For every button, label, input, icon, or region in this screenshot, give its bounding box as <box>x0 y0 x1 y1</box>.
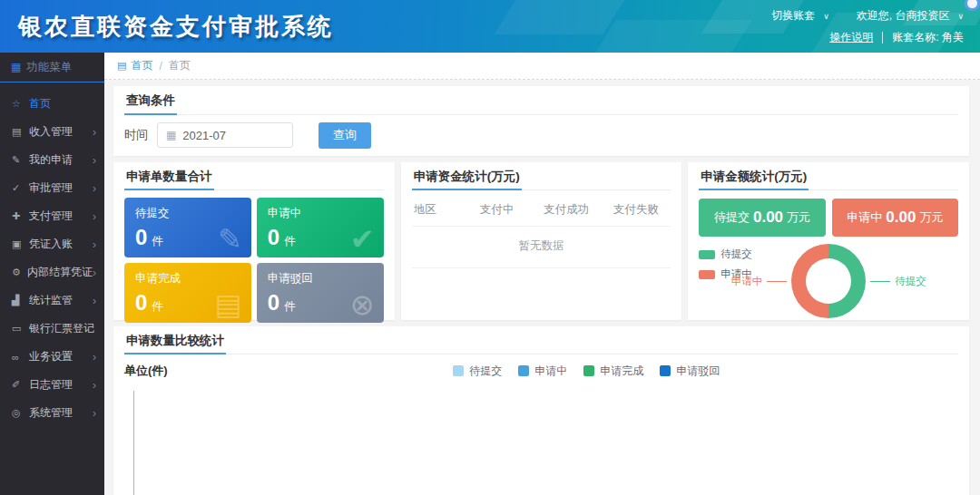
chevron-right-icon: › <box>93 154 96 167</box>
sidebar-item-internal-settlement-voucher[interactable]: ⚙ 内部结算凭证 › <box>0 258 104 286</box>
stat-card-pending-submit[interactable]: 待提交 0 件 ✎ <box>124 198 251 257</box>
amount-stats-panel: 申请金额统计(万元) 待提交 0.00 万元 申请中 0.00 万元 <box>688 162 969 320</box>
comparison-panel-title: 申请数量比较统计 <box>124 332 226 355</box>
edit-icon: ✐ <box>12 379 25 391</box>
comparison-chart-panel: 申请数量比较统计 单位(件) 待提交 申请中 <box>113 326 969 495</box>
body-row: ▦ 功能菜单 ☆ 首页 ▤ 收入管理 › ✎ 我的申请 › <box>0 53 980 495</box>
time-label: 时间 <box>124 127 148 143</box>
stat-value: 0 <box>135 227 147 248</box>
stat-value: 0 <box>268 292 279 314</box>
chevron-right-icon: › <box>93 379 96 392</box>
breadcrumb-separator: / <box>159 60 162 73</box>
header-user-area: 切换账套 ∨ 欢迎您, 台商投资区 ∨ 操作说明 账套名称: 角美 <box>771 8 964 45</box>
card-icon: ▭ <box>12 323 25 335</box>
sidebar-item-statistics-supervision[interactable]: ▟ 统计监管 › <box>0 286 104 315</box>
chevron-right-icon: › <box>93 126 96 139</box>
welcome-user-dropdown[interactable]: 欢迎您, 台商投资区 ∨ <box>857 8 964 24</box>
amount-panel-title: 申请金额统计(万元) <box>699 168 808 191</box>
document-icon: ▤ <box>117 60 126 72</box>
app-root: 银农直联资金支付审批系统 切换账套 ∨ 欢迎您, 台商投资区 ∨ 操作说明 账套… <box>0 0 980 495</box>
vertical-divider <box>882 32 883 44</box>
bar-chart-legend: 待提交 申请中 申请完成 <box>453 364 720 379</box>
y-axis-unit-label: 单位(件) <box>124 363 168 379</box>
check-icon: ✓ <box>12 182 25 194</box>
chevron-down-icon: ∨ <box>957 12 964 21</box>
search-button[interactable]: 查询 <box>318 122 371 149</box>
bar-chart-icon: ▟ <box>12 295 25 306</box>
month-picker-input[interactable]: ▦ 2021-07 <box>157 122 293 148</box>
operation-guide-link[interactable]: 操作说明 <box>829 30 873 45</box>
settings-icon: ◎ <box>12 407 25 419</box>
funds-panel-title: 申请资金统计(万元) <box>412 168 522 191</box>
legend-item-completed[interactable]: 申请完成 <box>583 364 643 379</box>
document-reject-icon: ⊗ <box>350 290 375 319</box>
sidebar-item-log-management[interactable]: ✐ 日志管理 › <box>0 371 104 399</box>
callout-line <box>767 281 787 282</box>
legend-item-pending-submit[interactable]: 待提交 <box>453 364 502 379</box>
legend-item-rejected[interactable]: 申请驳回 <box>660 364 720 379</box>
legend-item-in-progress[interactable]: 申请中 <box>518 364 567 379</box>
legend-swatch-blue <box>518 365 529 376</box>
column-header-success: 支付成功 <box>532 202 602 218</box>
sidebar-item-bank-draft-registration[interactable]: ▭ 银行汇票登记 <box>0 315 104 343</box>
sidebar-item-income-management[interactable]: ▤ 收入管理 › <box>0 118 104 146</box>
sidebar-item-home[interactable]: ☆ 首页 <box>0 90 104 118</box>
donut-callout-pending: 待提交 <box>895 275 926 288</box>
plus-icon: ✚ <box>12 210 25 222</box>
pencil-icon: ✎ <box>12 154 25 166</box>
stat-card-rejected[interactable]: 申请驳回 0 件 ⊗ <box>257 263 384 323</box>
bar-chart-plot-area <box>133 391 955 495</box>
query-panel-title: 查询条件 <box>124 92 177 115</box>
legend-swatch-darkblue <box>660 365 671 376</box>
sidebar-menu-header-label: 功能菜单 <box>26 60 72 75</box>
legend-swatch-green <box>583 365 594 376</box>
breadcrumb: ▤ 首页 / 首页 <box>104 53 980 80</box>
sidebar-item-approval-management[interactable]: ✓ 审批管理 › <box>0 174 104 202</box>
donut-chart-area: 待提交 申请中 申请中 <box>699 240 958 324</box>
document-icon: ▤ <box>215 290 242 319</box>
sidebar-nav: ☆ 首页 ▤ 收入管理 › ✎ 我的申请 › ✓ 审批管理 › <box>0 82 104 427</box>
stat-value: 0 <box>135 292 147 314</box>
briefcase-icon: ▣ <box>12 238 25 250</box>
star-icon: ☆ <box>12 98 25 110</box>
summary-panel-title: 申请单数量合计 <box>124 168 214 191</box>
breadcrumb-current: 首页 <box>169 58 191 73</box>
stat-value: 0 <box>268 227 279 248</box>
empty-state-text: 暂无数据 <box>412 227 671 268</box>
list-check-icon: ✔ <box>350 225 375 254</box>
content-area: 查询条件 时间 ▦ 2021-07 查询 申请单数量合计 <box>104 80 980 495</box>
chevron-right-icon: › <box>93 238 96 251</box>
donut-hole <box>806 258 851 304</box>
table-header-row: 地区 支付中 支付成功 支付失败 <box>412 194 671 227</box>
pending-amount-badge[interactable]: 待提交 0.00 万元 <box>699 199 825 237</box>
chevron-right-icon: › <box>93 407 96 420</box>
sidebar-item-business-settings[interactable]: ∞ 业务设置 › <box>0 343 104 371</box>
stat-card-completed[interactable]: 申请完成 0 件 ▤ <box>124 263 251 323</box>
stat-card-in-progress[interactable]: 申请中 0 件 ✔ <box>257 198 384 257</box>
chevron-right-icon: › <box>93 210 96 223</box>
donut-callout-in-progress: 申请中 <box>731 275 763 288</box>
sidebar-item-payment-management[interactable]: ✚ 支付管理 › <box>0 202 104 230</box>
main-area: ▤ 首页 / 首页 查询条件 时间 ▦ 2021-07 查询 <box>104 53 980 495</box>
sidebar-item-my-applications[interactable]: ✎ 我的申请 › <box>0 146 104 174</box>
chevron-right-icon: › <box>93 267 96 279</box>
column-header-failed: 支付失败 <box>602 202 671 218</box>
funds-table-panel: 申请资金统计(万元) 地区 支付中 支付成功 支付失败 暂无数据 <box>401 162 682 320</box>
callout-line <box>870 281 890 282</box>
sidebar-menu-header: ▦ 功能菜单 <box>0 53 104 82</box>
sidebar-item-system-management[interactable]: ◎ 系统管理 › <box>0 399 104 427</box>
legend-swatch-lightblue <box>453 365 464 376</box>
stats-row: 申请单数量合计 待提交 0 件 ✎ 申请中 <box>113 162 969 320</box>
amount-donut-chart[interactable] <box>791 244 866 318</box>
edit-document-icon: ✎ <box>218 225 242 254</box>
calendar-icon: ▦ <box>166 129 176 141</box>
switch-account-dropdown[interactable]: 切换账套 ∨ <box>771 8 829 24</box>
query-panel: 查询条件 时间 ▦ 2021-07 查询 <box>113 86 969 156</box>
chevron-down-icon: ∨ <box>823 12 829 21</box>
in-progress-amount-badge[interactable]: 申请中 0.00 万元 <box>832 199 958 237</box>
column-header-region: 地区 <box>412 202 463 218</box>
breadcrumb-home-link[interactable]: 首页 <box>131 58 152 73</box>
menu-grid-icon: ▦ <box>11 61 21 73</box>
sidebar-item-voucher-entry[interactable]: ▣ 凭证入账 › <box>0 230 104 258</box>
chevron-right-icon: › <box>93 351 96 364</box>
